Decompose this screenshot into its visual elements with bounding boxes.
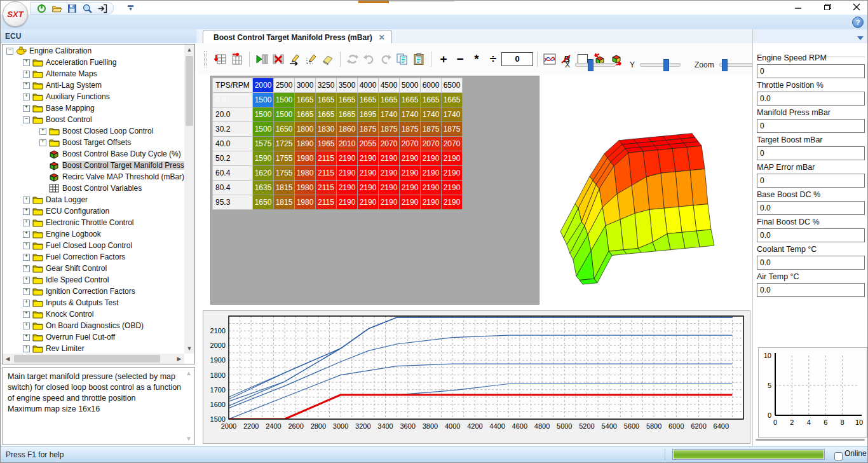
col-header-5000[interactable]: 5000 xyxy=(400,78,421,93)
expand-icon[interactable]: + xyxy=(23,242,30,249)
expand-icon[interactable]: + xyxy=(23,219,30,226)
tree-item-overrun-fuel-cut-off[interactable]: +Overrun Fuel Cut-off xyxy=(3,331,184,343)
col-header-6000[interactable]: 6000 xyxy=(421,78,442,93)
col-header-3000[interactable]: 3000 xyxy=(295,78,316,93)
expand-icon[interactable]: + xyxy=(23,277,30,284)
map-cell[interactable]: 2190 xyxy=(379,181,400,195)
axis-insert-icon[interactable] xyxy=(254,52,269,67)
map-cell[interactable]: 2070 xyxy=(421,137,442,151)
map-cell[interactable]: 2190 xyxy=(421,166,442,181)
connect-icon[interactable] xyxy=(36,3,47,13)
map-cell[interactable]: 1665 xyxy=(316,93,337,107)
map-cell[interactable]: 1980 xyxy=(295,195,316,210)
map-cell[interactable]: 1590 xyxy=(253,151,274,166)
tree-item-anti-lag-system[interactable]: +Anti-Lag System xyxy=(3,79,184,91)
zoom-slider-handle[interactable] xyxy=(722,59,728,71)
edit-axis-icon[interactable] xyxy=(287,52,302,67)
collapse-icon[interactable]: − xyxy=(23,116,30,123)
send-to-ecu-icon[interactable] xyxy=(97,3,108,13)
col-header-2000[interactable]: 2000 xyxy=(253,78,274,93)
collapse-icon[interactable]: − xyxy=(6,48,13,55)
map-cell[interactable]: 2190 xyxy=(337,195,358,210)
copy-icon[interactable] xyxy=(395,52,410,67)
map-cell[interactable]: 1500 xyxy=(274,93,295,107)
math-value-input[interactable] xyxy=(501,52,533,66)
tree-vscroll-thumb[interactable] xyxy=(186,56,193,126)
map-cell[interactable]: 1740 xyxy=(400,107,421,122)
scroll-right-icon[interactable]: ▶ xyxy=(174,354,184,364)
map-cell[interactable]: 1635 xyxy=(253,181,274,195)
axis-delete-icon[interactable] xyxy=(271,52,286,67)
tree-item-fuel-closed-loop-control[interactable]: +Fuel Closed Loop Control xyxy=(3,240,184,251)
expand-icon[interactable]: + xyxy=(23,105,30,112)
tree-item-engine-logbook[interactable]: +Engine Logbook xyxy=(3,228,184,240)
map-cell[interactable]: 2190 xyxy=(400,181,421,195)
map-cell[interactable]: 2190 xyxy=(358,181,379,195)
map-cell[interactable]: 1620 xyxy=(253,166,274,181)
map-cell[interactable]: 1500 xyxy=(253,122,274,137)
map-cell[interactable]: 2190 xyxy=(379,195,400,210)
col-header-3500[interactable]: 3500 xyxy=(337,78,358,93)
map-cell[interactable]: 1665 xyxy=(337,93,358,107)
eraser-icon[interactable] xyxy=(320,52,336,67)
redo-icon[interactable] xyxy=(378,52,393,67)
layout-dropdown-icon[interactable] xyxy=(857,34,864,43)
map-cell[interactable]: 2070 xyxy=(379,137,400,151)
map-cell[interactable]: 2115 xyxy=(316,181,337,195)
map-cell[interactable]: 1980 xyxy=(295,166,316,181)
map-cell[interactable]: 2070 xyxy=(400,137,421,151)
map-cell[interactable]: 2190 xyxy=(400,166,421,181)
tree-item-on-board-diagnostics-obd[interactable]: +On Board Diagnostics (OBD) xyxy=(3,320,184,331)
tree-item-idle-speed-control[interactable]: +Idle Speed Control xyxy=(3,274,184,286)
paste-icon[interactable] xyxy=(411,52,426,67)
expand-icon[interactable]: + xyxy=(23,311,30,318)
tree-item-alternate-maps[interactable]: +Alternate Maps xyxy=(3,68,184,79)
expand-icon[interactable]: + xyxy=(23,93,30,100)
col-header-3250[interactable]: 3250 xyxy=(316,78,337,93)
map-cell[interactable]: 1665 xyxy=(442,93,463,107)
row-header-50.2[interactable]: 50.2 xyxy=(213,151,253,166)
map-cell[interactable]: 2190 xyxy=(337,151,358,166)
expand-icon[interactable]: + xyxy=(23,59,30,66)
map-cell[interactable]: 1665 xyxy=(295,107,316,122)
tree-item-rev-limiter[interactable]: +Rev Limiter xyxy=(3,343,184,354)
map-cell[interactable]: 2190 xyxy=(400,195,421,210)
map-cell[interactable]: 2190 xyxy=(442,151,463,166)
field-value-engine-speed-rpm[interactable] xyxy=(757,64,865,78)
tree-hscroll-thumb[interactable] xyxy=(14,355,160,363)
map-cell[interactable]: 1665 xyxy=(316,107,337,122)
map-cell[interactable]: 2190 xyxy=(358,166,379,181)
quick-access-overflow-icon[interactable]: ▬▾ xyxy=(128,3,133,11)
open-file-icon[interactable] xyxy=(51,3,62,13)
row-header-0.0[interactable]: 0.0 xyxy=(213,93,253,107)
subtract-icon[interactable]: − xyxy=(452,52,468,67)
live-trace-scrollbar[interactable] xyxy=(756,439,865,441)
expand-icon[interactable]: + xyxy=(23,334,30,341)
map-cell[interactable]: 1875 xyxy=(400,122,421,137)
col-header-4500[interactable]: 4500 xyxy=(379,78,400,93)
map-cell[interactable]: 1740 xyxy=(379,107,400,122)
field-value-throttle-position[interactable] xyxy=(757,92,865,106)
map-cell[interactable]: 1500 xyxy=(253,107,274,122)
tree-item-fuel-correction-factors[interactable]: +Fuel Correction Factors xyxy=(3,251,184,263)
map-cell[interactable]: 2190 xyxy=(442,181,463,195)
tree-item-electronic-throttle-control[interactable]: +Electronic Throttle Control xyxy=(3,217,184,228)
map-cell[interactable]: 1890 xyxy=(295,137,316,151)
add-icon[interactable]: + xyxy=(436,52,451,67)
map-cell[interactable]: 1665 xyxy=(337,107,358,122)
map-cell[interactable]: 1650 xyxy=(253,195,274,210)
tree-item-recirc-valve-map-threshold-mbar[interactable]: Recirc Valve MAP Threshold (mBar) xyxy=(3,171,184,183)
map-cell[interactable]: 2190 xyxy=(421,195,442,210)
map-cell[interactable]: 2190 xyxy=(442,195,463,210)
tree-item-ecu-configuration[interactable]: +ECU Configuration xyxy=(3,205,184,217)
graph-icon[interactable] xyxy=(542,52,557,67)
map-cell[interactable]: 2190 xyxy=(337,166,358,181)
expand-icon[interactable]: + xyxy=(23,265,30,272)
map-cell[interactable]: 1725 xyxy=(274,137,295,151)
save-icon[interactable] xyxy=(66,3,78,13)
tree-item-acceleration-fuelling[interactable]: +Acceleration Fuelling xyxy=(3,57,184,68)
map-cell[interactable]: 2190 xyxy=(379,166,400,181)
map-cell[interactable]: 1875 xyxy=(379,122,400,137)
expand-icon[interactable]: + xyxy=(39,139,46,146)
toolbar-grip[interactable] xyxy=(204,51,207,67)
